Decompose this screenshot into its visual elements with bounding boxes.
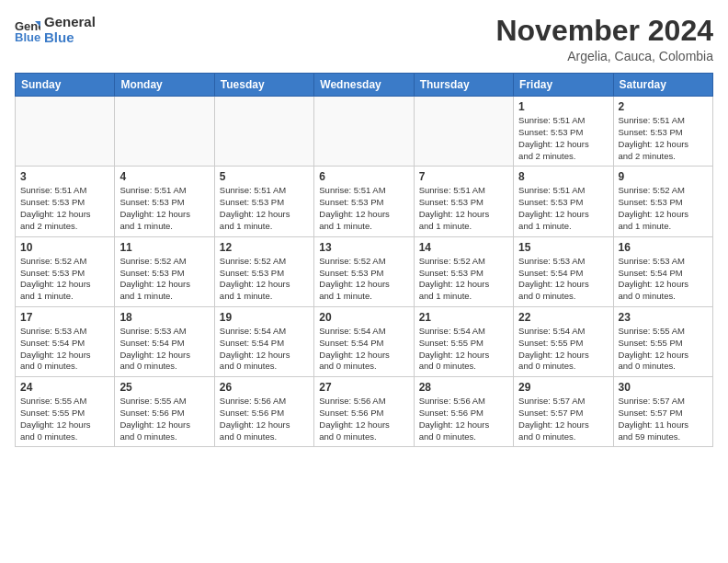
weekday-header-thursday: Thursday bbox=[414, 74, 513, 97]
day-info: Sunrise: 5:52 AM Sunset: 5:53 PM Dayligh… bbox=[419, 256, 508, 303]
day-number: 23 bbox=[619, 311, 708, 324]
calendar-cell: 1Sunrise: 5:51 AM Sunset: 5:53 PM Daylig… bbox=[514, 97, 613, 167]
logo: General Blue General Blue bbox=[15, 15, 96, 45]
calendar-cell: 13Sunrise: 5:52 AM Sunset: 5:53 PM Dayli… bbox=[314, 236, 414, 306]
calendar-week-row: 17Sunrise: 5:53 AM Sunset: 5:54 PM Dayli… bbox=[16, 306, 713, 376]
day-number: 10 bbox=[20, 241, 109, 254]
day-number: 24 bbox=[20, 381, 109, 394]
calendar-cell: 28Sunrise: 5:56 AM Sunset: 5:56 PM Dayli… bbox=[414, 377, 513, 447]
calendar-week-row: 3Sunrise: 5:51 AM Sunset: 5:53 PM Daylig… bbox=[16, 167, 713, 236]
title-block: November 2024 Argelia, Cauca, Colombia bbox=[495, 15, 713, 63]
day-number: 22 bbox=[518, 311, 608, 324]
calendar-cell bbox=[414, 97, 513, 167]
calendar-cell: 14Sunrise: 5:52 AM Sunset: 5:53 PM Dayli… bbox=[414, 236, 513, 306]
day-number: 18 bbox=[119, 311, 209, 324]
day-info: Sunrise: 5:51 AM Sunset: 5:53 PM Dayligh… bbox=[20, 185, 109, 232]
calendar-cell: 11Sunrise: 5:52 AM Sunset: 5:53 PM Dayli… bbox=[115, 236, 214, 306]
weekday-header-monday: Monday bbox=[115, 74, 214, 97]
day-number: 6 bbox=[319, 170, 408, 183]
calendar-cell: 16Sunrise: 5:53 AM Sunset: 5:54 PM Dayli… bbox=[613, 236, 712, 306]
day-info: Sunrise: 5:53 AM Sunset: 5:54 PM Dayligh… bbox=[518, 256, 608, 303]
weekday-header-saturday: Saturday bbox=[613, 74, 712, 97]
day-info: Sunrise: 5:51 AM Sunset: 5:53 PM Dayligh… bbox=[319, 185, 408, 232]
day-info: Sunrise: 5:52 AM Sunset: 5:53 PM Dayligh… bbox=[319, 256, 408, 303]
calendar-cell bbox=[214, 97, 313, 167]
day-number: 1 bbox=[518, 100, 608, 113]
day-info: Sunrise: 5:54 AM Sunset: 5:55 PM Dayligh… bbox=[518, 326, 608, 373]
weekday-header-friday: Friday bbox=[514, 74, 613, 97]
day-number: 16 bbox=[619, 241, 708, 254]
day-number: 17 bbox=[20, 311, 109, 324]
day-info: Sunrise: 5:55 AM Sunset: 5:55 PM Dayligh… bbox=[619, 326, 708, 373]
day-number: 25 bbox=[119, 381, 209, 394]
weekday-header-tuesday: Tuesday bbox=[214, 74, 313, 97]
day-info: Sunrise: 5:51 AM Sunset: 5:53 PM Dayligh… bbox=[119, 185, 209, 232]
day-number: 5 bbox=[220, 170, 309, 183]
day-number: 27 bbox=[319, 381, 408, 394]
logo-line2: Blue bbox=[44, 30, 96, 46]
calendar-cell: 24Sunrise: 5:55 AM Sunset: 5:55 PM Dayli… bbox=[16, 377, 115, 447]
svg-text:Blue: Blue bbox=[15, 30, 40, 43]
day-info: Sunrise: 5:52 AM Sunset: 5:53 PM Dayligh… bbox=[20, 256, 109, 303]
day-info: Sunrise: 5:51 AM Sunset: 5:53 PM Dayligh… bbox=[619, 115, 708, 162]
calendar-cell: 22Sunrise: 5:54 AM Sunset: 5:55 PM Dayli… bbox=[514, 306, 613, 376]
day-info: Sunrise: 5:55 AM Sunset: 5:55 PM Dayligh… bbox=[20, 396, 109, 442]
calendar-cell: 6Sunrise: 5:51 AM Sunset: 5:53 PM Daylig… bbox=[314, 167, 414, 236]
day-number: 7 bbox=[419, 170, 508, 183]
calendar-cell: 3Sunrise: 5:51 AM Sunset: 5:53 PM Daylig… bbox=[16, 167, 115, 236]
day-number: 2 bbox=[619, 100, 708, 113]
weekday-header-sunday: Sunday bbox=[16, 74, 115, 97]
day-info: Sunrise: 5:51 AM Sunset: 5:53 PM Dayligh… bbox=[419, 185, 508, 232]
calendar-header-row: SundayMondayTuesdayWednesdayThursdayFrid… bbox=[16, 74, 713, 97]
day-info: Sunrise: 5:52 AM Sunset: 5:53 PM Dayligh… bbox=[619, 185, 708, 232]
logo-icon: General Blue bbox=[15, 17, 40, 43]
day-number: 11 bbox=[119, 241, 209, 254]
day-number: 29 bbox=[518, 381, 608, 394]
day-number: 3 bbox=[20, 170, 109, 183]
calendar-cell bbox=[314, 97, 414, 167]
day-info: Sunrise: 5:51 AM Sunset: 5:53 PM Dayligh… bbox=[220, 185, 309, 232]
day-info: Sunrise: 5:52 AM Sunset: 5:53 PM Dayligh… bbox=[220, 256, 309, 303]
calendar-cell: 10Sunrise: 5:52 AM Sunset: 5:53 PM Dayli… bbox=[16, 236, 115, 306]
day-info: Sunrise: 5:57 AM Sunset: 5:57 PM Dayligh… bbox=[619, 396, 708, 442]
day-info: Sunrise: 5:53 AM Sunset: 5:54 PM Dayligh… bbox=[20, 326, 109, 373]
day-info: Sunrise: 5:53 AM Sunset: 5:54 PM Dayligh… bbox=[619, 256, 708, 303]
calendar-cell: 17Sunrise: 5:53 AM Sunset: 5:54 PM Dayli… bbox=[16, 306, 115, 376]
calendar-cell: 20Sunrise: 5:54 AM Sunset: 5:54 PM Dayli… bbox=[314, 306, 414, 376]
day-info: Sunrise: 5:51 AM Sunset: 5:53 PM Dayligh… bbox=[518, 115, 608, 162]
calendar-cell: 19Sunrise: 5:54 AM Sunset: 5:54 PM Dayli… bbox=[214, 306, 313, 376]
logo-line1: General bbox=[44, 15, 96, 30]
day-number: 14 bbox=[419, 241, 508, 254]
calendar-cell: 9Sunrise: 5:52 AM Sunset: 5:53 PM Daylig… bbox=[613, 167, 712, 236]
calendar-week-row: 1Sunrise: 5:51 AM Sunset: 5:53 PM Daylig… bbox=[16, 97, 713, 167]
calendar-cell: 18Sunrise: 5:53 AM Sunset: 5:54 PM Dayli… bbox=[115, 306, 214, 376]
day-number: 26 bbox=[220, 381, 309, 394]
calendar-cell: 30Sunrise: 5:57 AM Sunset: 5:57 PM Dayli… bbox=[613, 377, 712, 447]
day-number: 9 bbox=[619, 170, 708, 183]
weekday-header-wednesday: Wednesday bbox=[314, 74, 414, 97]
calendar-cell bbox=[16, 97, 115, 167]
day-number: 13 bbox=[319, 241, 408, 254]
day-number: 21 bbox=[419, 311, 508, 324]
calendar-cell: 2Sunrise: 5:51 AM Sunset: 5:53 PM Daylig… bbox=[613, 97, 712, 167]
day-number: 30 bbox=[619, 381, 708, 394]
day-info: Sunrise: 5:56 AM Sunset: 5:56 PM Dayligh… bbox=[220, 396, 309, 442]
day-info: Sunrise: 5:54 AM Sunset: 5:54 PM Dayligh… bbox=[319, 326, 408, 373]
calendar-cell bbox=[115, 97, 214, 167]
calendar-cell: 15Sunrise: 5:53 AM Sunset: 5:54 PM Dayli… bbox=[514, 236, 613, 306]
calendar-cell: 23Sunrise: 5:55 AM Sunset: 5:55 PM Dayli… bbox=[613, 306, 712, 376]
day-info: Sunrise: 5:52 AM Sunset: 5:53 PM Dayligh… bbox=[119, 256, 209, 303]
day-info: Sunrise: 5:55 AM Sunset: 5:56 PM Dayligh… bbox=[119, 396, 209, 442]
calendar-cell: 5Sunrise: 5:51 AM Sunset: 5:53 PM Daylig… bbox=[214, 167, 313, 236]
day-info: Sunrise: 5:51 AM Sunset: 5:53 PM Dayligh… bbox=[518, 185, 608, 232]
calendar-cell: 7Sunrise: 5:51 AM Sunset: 5:53 PM Daylig… bbox=[414, 167, 513, 236]
day-number: 12 bbox=[220, 241, 309, 254]
day-number: 15 bbox=[518, 241, 608, 254]
day-number: 8 bbox=[518, 170, 608, 183]
calendar-cell: 26Sunrise: 5:56 AM Sunset: 5:56 PM Dayli… bbox=[214, 377, 313, 447]
calendar-cell: 25Sunrise: 5:55 AM Sunset: 5:56 PM Dayli… bbox=[115, 377, 214, 447]
calendar-cell: 12Sunrise: 5:52 AM Sunset: 5:53 PM Dayli… bbox=[214, 236, 313, 306]
page-header: General Blue General Blue November 2024 … bbox=[15, 15, 713, 63]
calendar-cell: 29Sunrise: 5:57 AM Sunset: 5:57 PM Dayli… bbox=[514, 377, 613, 447]
day-info: Sunrise: 5:54 AM Sunset: 5:54 PM Dayligh… bbox=[220, 326, 309, 373]
